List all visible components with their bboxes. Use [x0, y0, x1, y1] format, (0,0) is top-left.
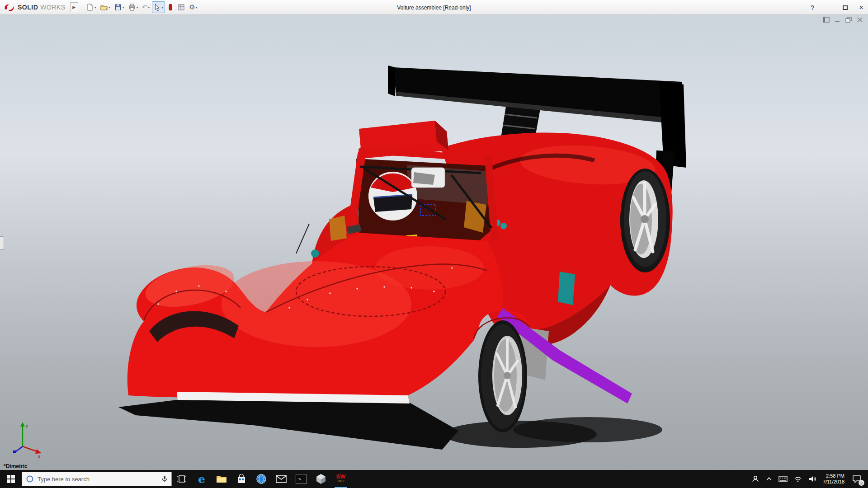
antenna [296, 224, 309, 253]
chevron-up-icon [766, 477, 772, 481]
open-button[interactable]: ▾ [99, 1, 112, 13]
cad-viewer-button[interactable] [311, 470, 331, 488]
new-document-icon [86, 3, 94, 11]
browser-globe-icon [256, 474, 267, 484]
volume-button[interactable] [808, 475, 816, 483]
orientation-triad: y x [10, 421, 45, 459]
notification-badge: 2 [859, 480, 864, 486]
clock-time: 2:58 PM [823, 473, 844, 479]
xpress-tools-button[interactable] [166, 1, 175, 13]
minimize-icon[interactable] [834, 17, 841, 23]
dock-icon[interactable] [823, 17, 830, 23]
front-splitter-shadow [118, 400, 458, 450]
touch-keyboard-icon [778, 476, 788, 482]
volume-icon [808, 475, 816, 483]
task-view-button[interactable] [172, 470, 192, 488]
windows-taskbar: e [0, 470, 868, 488]
view-orientation-label: *Dimetric [4, 463, 28, 469]
ground-shadow [443, 417, 662, 448]
sw-year: 2017 [337, 479, 344, 483]
action-center-button[interactable]: 2 [851, 473, 863, 485]
dropdown-caret-icon[interactable]: ▾ [148, 5, 150, 9]
clock-date: 7/11/2018 [823, 479, 844, 485]
dropdown-caret-icon[interactable]: ▾ [161, 5, 163, 9]
solidworks-app-button[interactable]: SW 2017 [331, 470, 351, 488]
solidworks-window: SOLIDWORKS ▶ ▾ ▾ [0, 0, 868, 488]
standard-toolbar: ▾ ▾ ▾ [85, 1, 199, 13]
child-window-controls [823, 17, 863, 23]
undo-icon: ↶ [142, 3, 148, 11]
command-prompt-button[interactable]: >_ [291, 470, 311, 488]
command-prompt-icon: >_ [296, 474, 307, 484]
menu-flyout-button[interactable]: ▶ [70, 2, 78, 12]
cad-viewer-icon [316, 474, 326, 484]
title-bar: SOLIDWORKS ▶ ▾ ▾ [0, 0, 868, 15]
undo-button[interactable]: ↶ ▾ [141, 1, 151, 13]
task-view-icon [177, 475, 187, 483]
network-button[interactable] [794, 476, 802, 482]
dropdown-caret-icon[interactable]: ▾ [108, 5, 110, 9]
printer-icon [128, 3, 136, 11]
dassault-logo-icon [4, 3, 15, 12]
front-bodywork [118, 233, 529, 450]
dropdown-caret-icon[interactable]: ▾ [196, 5, 198, 9]
windows-logo-icon [7, 475, 15, 483]
store-icon [237, 474, 246, 484]
maximize-button[interactable] [841, 4, 849, 11]
design-library-icon [177, 3, 185, 11]
brand-text-light: WORKS [40, 4, 65, 11]
dropdown-caret-icon[interactable]: ▾ [137, 5, 138, 9]
brand-text-bold: SOLID [18, 4, 38, 11]
gear-icon: ⚙ [189, 3, 195, 11]
select-tool-button[interactable]: ▾ [152, 1, 165, 13]
start-button[interactable] [0, 470, 22, 488]
mail-button[interactable] [271, 470, 291, 488]
touch-keyboard-button[interactable] [778, 476, 788, 482]
taskbar-clock[interactable]: 2:58 PM 7/11/2018 [823, 473, 844, 485]
help-button[interactable]: ? [808, 4, 816, 11]
graphics-viewport[interactable]: y x *Dimetric [0, 15, 868, 470]
edge-button[interactable]: e [192, 470, 212, 488]
open-folder-icon [100, 3, 108, 11]
options-button[interactable]: ⚙ ▾ [188, 1, 198, 13]
browser-globe-button[interactable] [251, 470, 271, 488]
xpress-tools-icon [167, 3, 174, 11]
sw-letters: SW [336, 474, 346, 479]
solidworks-logo: SOLIDWORKS [0, 0, 70, 14]
design-library-button[interactable] [176, 1, 187, 13]
close-button[interactable]: × [857, 3, 865, 12]
file-explorer-button[interactable] [212, 470, 231, 488]
print-button[interactable]: ▾ [127, 1, 140, 13]
save-button[interactable]: ▾ [113, 1, 126, 13]
rear-wheel [620, 169, 670, 272]
store-button[interactable] [231, 470, 251, 488]
microphone-icon[interactable] [161, 475, 168, 483]
dropdown-caret-icon[interactable]: ▾ [123, 5, 124, 9]
select-arrow-icon [154, 4, 161, 11]
people-button[interactable] [751, 475, 760, 483]
people-icon [751, 475, 760, 483]
panel-collapse-handle[interactable] [0, 236, 4, 250]
hidden-icons-button[interactable] [766, 477, 772, 481]
front-wheel [478, 320, 527, 432]
restore-icon[interactable] [845, 17, 852, 23]
edge-icon: e [198, 473, 205, 486]
cortana-icon [26, 475, 34, 483]
system-tray: 2:58 PM 7/11/2018 2 [751, 470, 868, 488]
new-document-button[interactable]: ▾ [85, 1, 98, 13]
dropdown-caret-icon[interactable]: ▾ [94, 5, 96, 9]
solidworks-app-icon: SW 2017 [336, 474, 346, 483]
file-explorer-icon [216, 474, 227, 483]
taskbar-search[interactable] [22, 472, 172, 486]
maximize-icon [843, 5, 848, 10]
mail-icon [276, 475, 287, 483]
save-floppy-icon [114, 3, 122, 11]
search-input[interactable] [38, 476, 158, 483]
flyout-arrow-icon: ▶ [72, 5, 75, 9]
triad-y-label: y [26, 423, 28, 428]
car-model [0, 15, 868, 470]
network-icon [794, 476, 802, 482]
triad-x-label: x [38, 454, 40, 459]
close-icon[interactable] [857, 17, 863, 23]
